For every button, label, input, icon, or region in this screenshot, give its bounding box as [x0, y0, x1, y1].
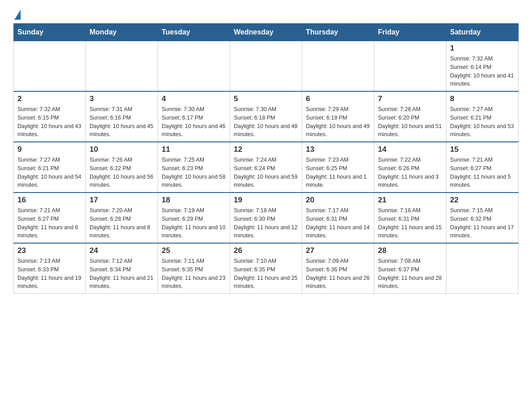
day-number: 26 — [234, 246, 298, 255]
day-number: 23 — [17, 246, 82, 255]
day-info-text: Sunset: 6:35 PM — [162, 265, 226, 274]
day-info-text: Sunrise: 7:13 AM — [17, 257, 82, 265]
day-info-text: Sunset: 6:21 PM — [17, 164, 82, 173]
day-info-text: Daylight: 11 hours and 10 minutes. — [162, 223, 226, 240]
day-info-text: Sunrise: 7:25 AM — [162, 156, 226, 164]
day-number: 15 — [450, 145, 515, 154]
day-info-text: Sunset: 6:14 PM — [450, 63, 515, 72]
day-info-text: Daylight: 10 hours and 45 minutes. — [90, 122, 154, 139]
calendar-cell: 22Sunrise: 7:15 AMSunset: 6:32 PMDayligh… — [446, 193, 519, 243]
calendar-cell: 27Sunrise: 7:09 AMSunset: 6:36 PMDayligh… — [302, 243, 374, 294]
calendar-cell: 10Sunrise: 7:26 AMSunset: 6:22 PMDayligh… — [86, 142, 158, 193]
day-info-text: Sunset: 6:32 PM — [450, 215, 515, 223]
day-info-text: Sunrise: 7:28 AM — [378, 105, 442, 114]
day-info-text: Sunrise: 7:30 AM — [162, 105, 226, 114]
calendar-cell: 25Sunrise: 7:11 AMSunset: 6:35 PMDayligh… — [158, 243, 230, 294]
calendar-cell: 5Sunrise: 7:30 AMSunset: 6:18 PMDaylight… — [230, 91, 302, 142]
calendar-cell: 19Sunrise: 7:18 AMSunset: 6:30 PMDayligh… — [230, 193, 302, 243]
day-info-text: Daylight: 11 hours and 6 minutes. — [17, 223, 82, 240]
day-number: 1 — [450, 44, 515, 53]
day-info-text: Daylight: 11 hours and 19 minutes. — [17, 274, 82, 291]
day-number: 3 — [90, 94, 154, 103]
day-info-text: Sunset: 6:27 PM — [450, 164, 515, 173]
calendar-week-row: 16Sunrise: 7:21 AMSunset: 6:27 PMDayligh… — [14, 193, 519, 243]
day-info-text: Sunrise: 7:11 AM — [162, 257, 226, 265]
day-number: 25 — [162, 246, 226, 255]
day-info-text: Sunrise: 7:22 AM — [378, 156, 442, 164]
day-info-text: Sunset: 6:35 PM — [234, 265, 298, 274]
day-number: 21 — [378, 196, 442, 205]
calendar-cell: 4Sunrise: 7:30 AMSunset: 6:17 PMDaylight… — [158, 91, 230, 142]
calendar-cell: 8Sunrise: 7:27 AMSunset: 6:21 PMDaylight… — [446, 91, 519, 142]
day-info-text: Sunset: 6:34 PM — [90, 265, 154, 274]
day-number: 5 — [234, 94, 298, 103]
day-info-text: Sunrise: 7:19 AM — [162, 206, 226, 215]
day-info-text: Sunset: 6:25 PM — [306, 164, 370, 173]
calendar-cell: 28Sunrise: 7:08 AMSunset: 6:37 PMDayligh… — [374, 243, 446, 294]
calendar-week-row: 2Sunrise: 7:32 AMSunset: 6:15 PMDaylight… — [14, 91, 519, 142]
calendar-cell: 7Sunrise: 7:28 AMSunset: 6:20 PMDaylight… — [374, 91, 446, 142]
day-number: 2 — [17, 94, 82, 103]
day-info-text: Sunrise: 7:24 AM — [234, 156, 298, 164]
day-info-text: Daylight: 11 hours and 17 minutes. — [450, 223, 515, 240]
day-info-text: Daylight: 11 hours and 5 minutes. — [450, 173, 515, 190]
day-info-text: Sunset: 6:21 PM — [450, 114, 515, 122]
day-info-text: Sunrise: 7:10 AM — [234, 257, 298, 265]
day-number: 13 — [306, 145, 370, 154]
calendar-cell: 23Sunrise: 7:13 AMSunset: 6:33 PMDayligh… — [14, 243, 86, 294]
calendar-cell — [14, 41, 86, 92]
day-number: 28 — [378, 246, 442, 255]
calendar-cell — [86, 41, 158, 92]
day-info-text: Sunset: 6:15 PM — [17, 114, 82, 122]
calendar-cell: 24Sunrise: 7:12 AMSunset: 6:34 PMDayligh… — [86, 243, 158, 294]
day-of-week-header: Monday — [86, 24, 158, 41]
day-info-text: Sunrise: 7:23 AM — [306, 156, 370, 164]
calendar-cell: 18Sunrise: 7:19 AMSunset: 6:29 PMDayligh… — [158, 193, 230, 243]
logo — [13, 9, 21, 19]
calendar-cell: 2Sunrise: 7:32 AMSunset: 6:15 PMDaylight… — [14, 91, 86, 142]
day-info-text: Daylight: 11 hours and 26 minutes. — [306, 274, 370, 291]
day-info-text: Sunset: 6:36 PM — [306, 265, 370, 274]
day-number: 9 — [17, 145, 82, 154]
day-of-week-header: Wednesday — [230, 24, 302, 41]
day-info-text: Daylight: 10 hours and 48 minutes. — [234, 122, 298, 139]
calendar-cell — [230, 41, 302, 92]
day-info-text: Daylight: 10 hours and 41 minutes. — [450, 72, 515, 89]
calendar-cell: 21Sunrise: 7:16 AMSunset: 6:31 PMDayligh… — [374, 193, 446, 243]
day-info-text: Sunset: 6:37 PM — [378, 265, 442, 274]
day-number: 6 — [306, 94, 370, 103]
day-number: 18 — [162, 196, 226, 205]
day-of-week-header: Tuesday — [158, 24, 230, 41]
day-info-text: Daylight: 11 hours and 25 minutes. — [234, 274, 298, 291]
day-of-week-header: Friday — [374, 24, 446, 41]
calendar-week-row: 1Sunrise: 7:32 AMSunset: 6:14 PMDaylight… — [14, 41, 519, 92]
calendar-cell — [446, 243, 519, 294]
day-info-text: Daylight: 11 hours and 15 minutes. — [378, 223, 442, 240]
day-info-text: Sunset: 6:30 PM — [234, 215, 298, 223]
day-info-text: Daylight: 11 hours and 28 minutes. — [378, 274, 442, 291]
day-info-text: Sunset: 6:20 PM — [378, 114, 442, 122]
day-number: 8 — [450, 94, 515, 103]
day-info-text: Sunrise: 7:12 AM — [90, 257, 154, 265]
day-number: 22 — [450, 196, 515, 205]
calendar-cell: 14Sunrise: 7:22 AMSunset: 6:26 PMDayligh… — [374, 142, 446, 193]
calendar-cell — [374, 41, 446, 92]
calendar-cell: 26Sunrise: 7:10 AMSunset: 6:35 PMDayligh… — [230, 243, 302, 294]
calendar-week-row: 23Sunrise: 7:13 AMSunset: 6:33 PMDayligh… — [14, 243, 519, 294]
day-info-text: Sunrise: 7:21 AM — [17, 206, 82, 215]
day-info-text: Sunset: 6:17 PM — [162, 114, 226, 122]
day-info-text: Daylight: 10 hours and 43 minutes. — [17, 122, 82, 139]
day-info-text: Daylight: 10 hours and 58 minutes. — [162, 173, 226, 190]
calendar-cell: 6Sunrise: 7:29 AMSunset: 6:19 PMDaylight… — [302, 91, 374, 142]
day-info-text: Daylight: 10 hours and 51 minutes. — [378, 122, 442, 139]
day-info-text: Sunrise: 7:17 AM — [306, 206, 370, 215]
day-info-text: Daylight: 10 hours and 53 minutes. — [450, 122, 515, 139]
day-info-text: Daylight: 11 hours and 8 minutes. — [90, 223, 154, 240]
day-number: 4 — [162, 94, 226, 103]
calendar-cell — [158, 41, 230, 92]
day-info-text: Sunset: 6:26 PM — [378, 164, 442, 173]
calendar-table: SundayMondayTuesdayWednesdayThursdayFrid… — [13, 23, 519, 294]
day-number: 12 — [234, 145, 298, 154]
day-number: 7 — [378, 94, 442, 103]
day-info-text: Sunset: 6:16 PM — [90, 114, 154, 122]
